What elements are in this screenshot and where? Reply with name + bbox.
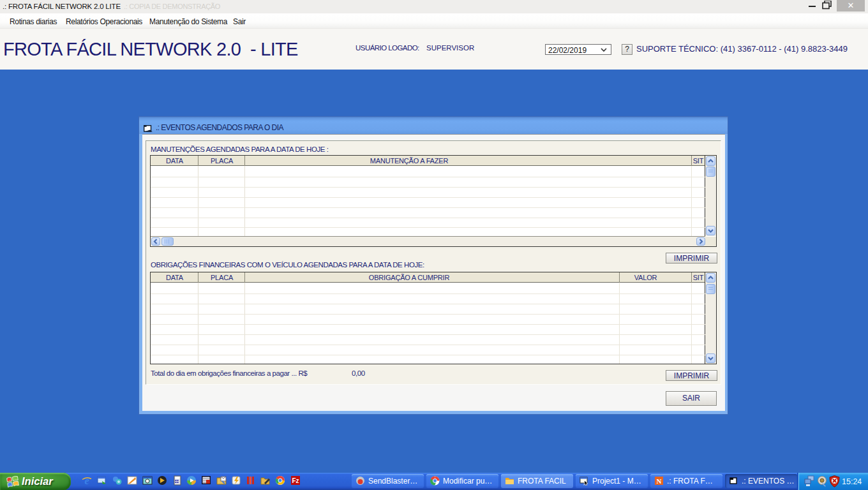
svg-text:e: e xyxy=(84,475,89,486)
svg-text:Fz: Fz xyxy=(292,477,299,484)
svg-text:N: N xyxy=(657,477,662,485)
